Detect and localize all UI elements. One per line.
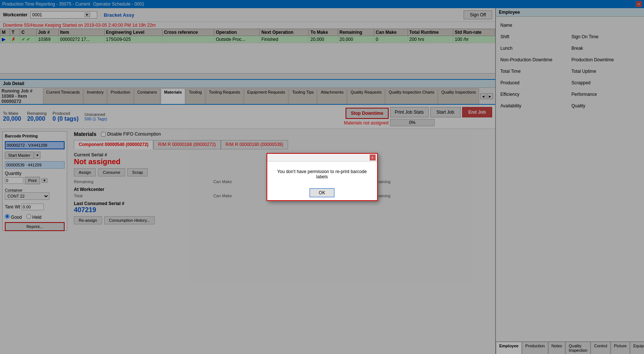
modal-footer: OK xyxy=(267,185,377,200)
modal-ok-button[interactable]: OK xyxy=(310,188,334,197)
modal-dialog: × You don't have permission to re-print … xyxy=(267,153,378,201)
modal-message: You don't have permission to re-print ba… xyxy=(277,169,367,179)
modal-titlebar: × xyxy=(267,154,377,162)
modal-close-button[interactable]: × xyxy=(370,155,376,160)
modal-overlay: × You don't have permission to re-print … xyxy=(0,0,644,354)
modal-body: You don't have permission to re-print ba… xyxy=(267,162,377,185)
